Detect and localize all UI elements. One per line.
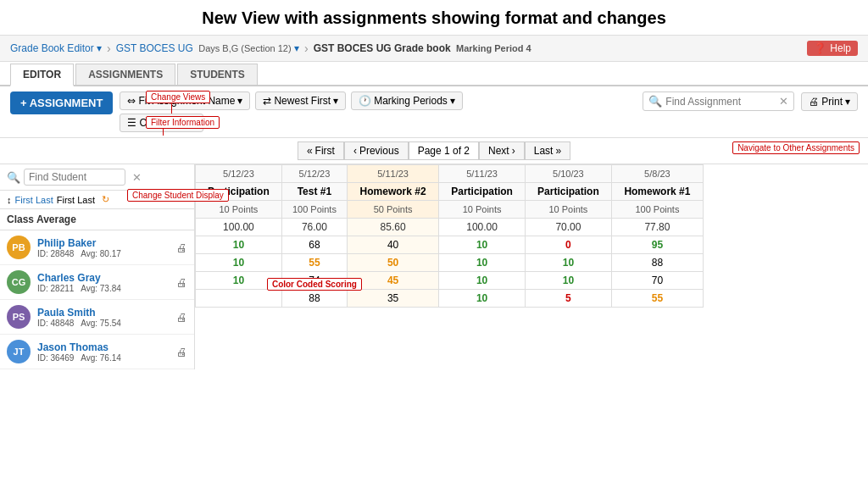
grades-panel: 5/12/23 5/12/23 5/11/23 5/11/23 5/10/23 …	[195, 164, 868, 369]
student-info-ps: Paula Smith ID: 48848 Avg: 75.54	[37, 307, 170, 328]
col-name-2[interactable]: Test #1	[281, 183, 347, 201]
print-student-jt[interactable]: 🖨	[176, 346, 187, 358]
student-row: JT Jason Thomas ID: 36469 Avg: 76.14 🖨	[0, 335, 194, 369]
find-student-input[interactable]	[24, 169, 125, 186]
col-date-2: 5/12/23	[281, 165, 347, 183]
sort-icon[interactable]: ↕	[7, 195, 12, 205]
search-icon: 🔍	[648, 95, 662, 108]
student-row: PB Philip Baker ID: 28848 Avg: 80.17 🖨	[0, 230, 194, 265]
find-assignment-box[interactable]: 🔍 ✕	[643, 92, 794, 111]
col-pts-4: 10 Points	[439, 201, 526, 219]
pagination-row: « First ‹ Previous Page 1 of 2 Next › La…	[0, 138, 868, 164]
page-title: New View with assignments showing format…	[0, 0, 868, 36]
marking-periods-button[interactable]: 🕐 Marking Periods ▾	[351, 92, 463, 110]
breadcrumb-grade-book[interactable]: GST BOCES UG Grade book Marking Period 4	[314, 42, 531, 54]
col-name-6[interactable]: Homework #1	[611, 183, 703, 201]
print-student-pb[interactable]: 🖨	[176, 241, 187, 254]
add-assignment-button[interactable]: + ASSIGNMENT	[10, 92, 113, 114]
student-row: PS Paula Smith ID: 48848 Avg: 75.54 🖨	[0, 300, 194, 335]
print-student-cg[interactable]: 🖨	[176, 276, 187, 289]
first-last-label: First Last	[57, 195, 95, 205]
col-date-1: 5/12/23	[196, 165, 282, 183]
tabs-bar: EDITOR ASSIGNMENTS STUDENTS	[0, 64, 868, 86]
clear-student-icon[interactable]: ✕	[132, 171, 142, 184]
print-button[interactable]: 🖨 Print ▾	[801, 92, 858, 111]
col-pts-5: 10 Points	[525, 201, 611, 219]
col-pts-6: 100 Points	[611, 201, 703, 219]
refresh-icon[interactable]: ↻	[102, 194, 109, 205]
change-student-annotation: Change Student Display	[127, 189, 229, 202]
breadcrumb-grade-book-editor[interactable]: Grade Book Editor ▾	[10, 42, 102, 54]
avatar-cg: CG	[7, 270, 31, 294]
student-row: CG Charles Gray ID: 28211 Avg: 73.84 🖨	[0, 265, 194, 300]
student-panel: 🔍 ✕ ↕ First Last First Last ↻ Change Stu…	[0, 164, 195, 369]
change-views-annotation: Change Views	[146, 90, 210, 114]
col-name-3[interactable]: Homework #2	[348, 183, 439, 201]
find-student-icon: 🔍	[7, 171, 20, 184]
student-info-pb: Philip Baker ID: 28848 Avg: 80.17	[37, 237, 170, 258]
class-avg-scores: 100.00 76.00 85.60 100.00 70.00 77.80	[196, 219, 704, 236]
tab-students[interactable]: STUDENTS	[177, 64, 258, 85]
clear-search-icon[interactable]: ✕	[779, 95, 788, 108]
student-info-jt: Jason Thomas ID: 36469 Avg: 76.14	[37, 341, 170, 363]
col-pts-3: 50 Points	[348, 201, 439, 219]
find-assignment-input[interactable]	[665, 96, 776, 108]
tab-assignments[interactable]: ASSIGNMENTS	[75, 64, 175, 85]
grade-row-pb: 10 68 40 10 0 95	[196, 236, 704, 254]
avatar-ps: PS	[7, 305, 31, 329]
first-last-toggle[interactable]: First Last	[15, 195, 53, 205]
col-date-5: 5/10/23	[525, 165, 611, 183]
tab-editor[interactable]: EDITOR	[10, 64, 74, 86]
col-date-6: 5/8/23	[611, 165, 703, 183]
next-page-button[interactable]: Next ›	[479, 141, 525, 160]
breadcrumb-gst-boces[interactable]: GST BOCES UG Days B,G (Section 12) ▾	[116, 42, 299, 54]
print-student-ps[interactable]: 🖨	[176, 311, 187, 324]
col-date-3: 5/11/23	[348, 165, 439, 183]
student-search-row: 🔍 ✕	[0, 164, 194, 191]
col-name-5[interactable]: Participation	[525, 183, 611, 201]
col-date-4: 5/11/23	[439, 165, 526, 183]
col-name-4[interactable]: Participation	[439, 183, 526, 201]
main-table-area: 🔍 ✕ ↕ First Last First Last ↻ Change Stu…	[0, 164, 868, 369]
page-info: Page 1 of 2	[409, 141, 479, 160]
grade-row-jt: 88 35 10 5 55	[196, 290, 704, 308]
grades-table: 5/12/23 5/12/23 5/11/23 5/11/23 5/10/23 …	[195, 164, 704, 308]
nav-note-annotation: Navigate to Other Assignments	[732, 141, 860, 154]
breadcrumb: Grade Book Editor ▾ › GST BOCES UG Days …	[0, 36, 868, 62]
search-area: 🔍 ✕ 🖨 Print ▾	[643, 92, 858, 111]
col-header-dates: 5/12/23 5/12/23 5/11/23 5/11/23 5/10/23 …	[196, 165, 704, 183]
toolbar: + ASSIGNMENT ⇔ Fit Assignment Name ▾ ⇄ N…	[0, 86, 868, 138]
col-header-points: 10 Points 100 Points 50 Points 10 Points…	[196, 201, 704, 219]
avatar-jt: JT	[7, 340, 31, 363]
col-pts-1: 10 Points	[196, 201, 282, 219]
avatar-pb: PB	[7, 236, 31, 259]
filter-info-annotation: Filter Information	[146, 115, 220, 136]
first-page-button[interactable]: « First	[298, 141, 344, 160]
col-pts-2: 100 Points	[281, 201, 347, 219]
class-average-row: Class Average	[0, 209, 194, 230]
grade-row-cg: 10 55 Color Coded Scoring 50 10 10 88	[196, 254, 704, 272]
newest-first-button[interactable]: ⇄ Newest First ▾	[255, 92, 346, 110]
col-header-names: Participation Test #1 Homework #2 Partic…	[196, 183, 704, 201]
help-button[interactable]: ❓ Help	[807, 41, 858, 56]
last-page-button[interactable]: Last »	[525, 141, 570, 160]
color-coded-annotation: Color Coded Scoring	[267, 278, 362, 291]
student-sort-row: ↕ First Last First Last ↻ Change Student…	[0, 191, 194, 209]
student-info-cg: Charles Gray ID: 28211 Avg: 73.84	[37, 272, 170, 293]
previous-page-button[interactable]: ‹ Previous	[344, 141, 409, 160]
